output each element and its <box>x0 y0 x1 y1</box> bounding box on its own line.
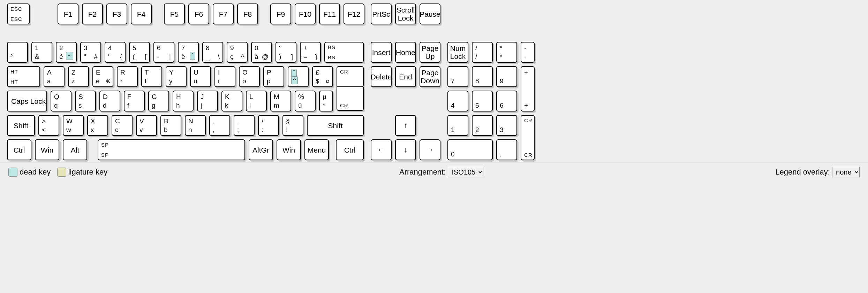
key-numpad-7[interactable]: 7 <box>447 66 468 87</box>
key-numpad-1[interactable]: 1 <box>447 115 468 136</box>
key-j[interactable]: Jj <box>197 91 218 111</box>
key-comma[interactable]: ., <box>209 115 230 136</box>
key-printscreen[interactable]: PrtSc <box>371 3 392 24</box>
key-8[interactable]: 8 _ \ <box>202 42 223 63</box>
key-f5[interactable]: F5 <box>164 3 185 24</box>
key-7[interactable]: 7 è ` <box>178 42 199 63</box>
key-home[interactable]: Home <box>395 42 416 63</box>
key-f9[interactable]: F9 <box>270 3 291 24</box>
key-t[interactable]: Tt <box>141 66 162 87</box>
key-s[interactable]: Ss <box>75 91 96 111</box>
key-pageup[interactable]: PageUp <box>420 42 440 63</box>
key-numpad-5[interactable]: 5 <box>472 91 493 111</box>
key-menu[interactable]: Menu <box>304 139 329 160</box>
key-backtick[interactable]: ² <box>7 42 28 63</box>
key-f12[interactable]: F12 <box>344 3 364 24</box>
key-f[interactable]: Ff <box>124 91 145 111</box>
key-numpad-multiply[interactable]: * * <box>496 42 517 63</box>
key-h[interactable]: Hh <box>173 91 194 111</box>
key-capslock[interactable]: Caps Lock <box>7 91 47 111</box>
key-l[interactable]: Ll <box>246 91 267 111</box>
key-x[interactable]: Xx <box>87 115 108 136</box>
key-dollar[interactable]: £ $ ¤ <box>312 66 333 87</box>
key-f7[interactable]: F7 <box>213 3 234 24</box>
key-percent[interactable]: %ù <box>295 91 316 111</box>
key-numpad-divide[interactable]: / / <box>472 42 493 63</box>
key-end[interactable]: End <box>395 66 416 87</box>
key-numlock[interactable]: NumLock <box>447 42 468 63</box>
key-delete[interactable]: Delete <box>371 66 392 87</box>
key-numpad-4[interactable]: 4 <box>447 91 468 111</box>
key-escape[interactable]: ESC ESC <box>7 3 30 24</box>
key-p[interactable]: Pp <box>263 66 284 87</box>
key-1[interactable]: 1 & <box>31 42 52 63</box>
key-right-win[interactable]: Win <box>277 139 301 160</box>
key-k[interactable]: Kk <box>221 91 242 111</box>
key-numpad-decimal[interactable]: . <box>496 139 517 160</box>
key-w[interactable]: Ww <box>63 115 84 136</box>
key-u[interactable]: Uu <box>190 66 211 87</box>
key-left-shift[interactable]: Shift <box>7 115 35 136</box>
key-mu[interactable]: µ* <box>319 91 333 111</box>
arrangement-select[interactable]: ISO105 <box>448 167 483 177</box>
key-left-alt[interactable]: Alt <box>63 139 87 160</box>
key-bracket-dead[interactable]: ¨ ^ <box>288 66 309 87</box>
key-tab[interactable]: HT HT <box>7 66 40 87</box>
key-r[interactable]: Rr <box>117 66 138 87</box>
key-equals[interactable]: + = } <box>300 42 321 63</box>
key-pause[interactable]: Pause <box>420 3 440 24</box>
key-numpad-2[interactable]: 2 <box>472 115 493 136</box>
key-enter-top[interactable]: CR <box>337 66 364 87</box>
key-exclaim[interactable]: §! <box>282 115 303 136</box>
key-left-win[interactable]: Win <box>35 139 59 160</box>
key-o[interactable]: Oo <box>239 66 260 87</box>
key-0[interactable]: 0 à @ <box>251 42 272 63</box>
key-q[interactable]: Qq <box>51 91 71 111</box>
key-a[interactable]: Aa <box>44 66 65 87</box>
key-numpad-subtract[interactable]: - - <box>521 42 535 63</box>
key-b[interactable]: Bb <box>160 115 181 136</box>
key-scrolllock[interactable]: ScrollLock <box>395 3 416 24</box>
key-pagedown[interactable]: PageDown <box>420 66 440 87</box>
key-c[interactable]: Cc <box>112 115 133 136</box>
key-9[interactable]: 9 ç ^ <box>227 42 248 63</box>
key-f1[interactable]: F1 <box>58 3 78 24</box>
key-i[interactable]: Ii <box>214 66 235 87</box>
key-numpad-0[interactable]: 0 <box>447 139 493 160</box>
key-arrow-left[interactable]: ← <box>371 139 392 160</box>
key-n[interactable]: Nn <box>185 115 206 136</box>
key-f4[interactable]: F4 <box>131 3 152 24</box>
key-numpad-3[interactable]: 3 <box>496 115 517 136</box>
key-semicolon[interactable]: .; <box>234 115 255 136</box>
key-f8[interactable]: F8 <box>237 3 258 24</box>
key-arrow-down[interactable]: ↓ <box>395 139 416 160</box>
key-f2[interactable]: F2 <box>82 3 103 24</box>
key-enter-bottom[interactable]: CR <box>337 87 364 111</box>
key-numpad-9[interactable]: 9 <box>496 66 517 87</box>
key-f3[interactable]: F3 <box>106 3 127 24</box>
key-z[interactable]: Zz <box>68 66 89 87</box>
key-minus[interactable]: ° ) ] <box>276 42 296 63</box>
key-4[interactable]: 4 ' { <box>105 42 126 63</box>
key-numpad-enter[interactable]: CR CR <box>521 115 535 160</box>
legend-overlay-select[interactable]: none <box>832 167 860 177</box>
key-arrow-right[interactable]: → <box>420 139 440 160</box>
key-g[interactable]: Gg <box>148 91 169 111</box>
key-right-shift[interactable]: Shift <box>307 115 364 136</box>
key-f6[interactable]: F6 <box>188 3 209 24</box>
key-backspace[interactable]: BS BS <box>324 42 364 63</box>
key-5[interactable]: 5 ( [ <box>129 42 150 63</box>
key-left-ctrl[interactable]: Ctrl <box>7 139 31 160</box>
key-insert[interactable]: Insert <box>371 42 392 63</box>
key-2[interactable]: 2 é ~ <box>56 42 77 63</box>
key-f11[interactable]: F11 <box>319 3 340 24</box>
key-numpad-8[interactable]: 8 <box>472 66 493 87</box>
key-arrow-up[interactable]: ↑ <box>395 115 416 136</box>
key-6[interactable]: 6 - | <box>153 42 174 63</box>
key-lessthan[interactable]: >< <box>38 115 59 136</box>
key-d[interactable]: Dd <box>99 91 120 111</box>
key-e[interactable]: Ee€ <box>92 66 113 87</box>
key-m[interactable]: Mm <box>270 91 291 111</box>
key-colon[interactable]: /: <box>258 115 279 136</box>
key-right-ctrl[interactable]: Ctrl <box>336 139 364 160</box>
